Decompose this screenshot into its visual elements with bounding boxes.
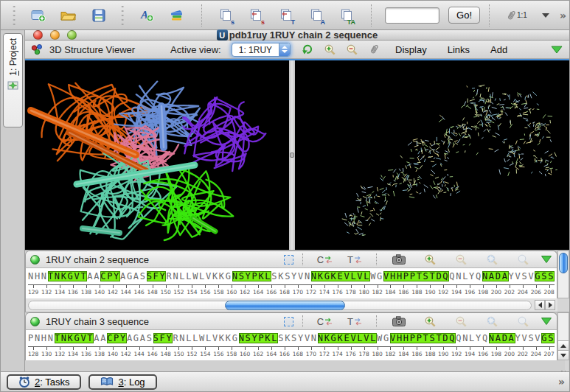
- copy-complement-button[interactable]: C: [317, 314, 333, 329]
- alignment-button[interactable]: [168, 5, 187, 26]
- window-titlebar[interactable]: U pdb1ruy 1RUY chain 2 sequence: [25, 30, 569, 41]
- zoom-in-button[interactable]: [320, 41, 339, 58]
- export-image-button[interactable]: [391, 314, 407, 329]
- search-input[interactable]: [385, 7, 439, 24]
- zoom-to-whole-button[interactable]: [515, 314, 531, 329]
- view-splitter[interactable]: [289, 60, 295, 250]
- sequence-segment[interactable]: NHN: [28, 271, 48, 281]
- annotation-region[interactable]: NKGKEVLVL: [311, 271, 370, 281]
- go-button[interactable]: Go!: [448, 7, 480, 24]
- sequence-panel-header[interactable]: 1RUY chain 2 sequence C T: [25, 251, 557, 268]
- zoom-out-button[interactable]: [342, 41, 361, 58]
- sequence-row-chain3[interactable]: PNHNTNKGVTAACPYAGASSFYRNLLWLVKKGNSYPKLSK…: [25, 330, 557, 346]
- horizontal-scrollbar[interactable]: [25, 298, 557, 312]
- annotation-region[interactable]: TNKGVT: [48, 271, 88, 281]
- sequence-segment[interactable]: SKSYVN: [278, 333, 318, 343]
- vertical-scrollbar[interactable]: [557, 312, 569, 360]
- scroll-right-button[interactable]: [545, 300, 555, 310]
- annotation-region[interactable]: GSS: [535, 271, 555, 281]
- sequence-segment[interactable]: WG: [370, 271, 383, 281]
- save-button[interactable]: [89, 5, 108, 26]
- taskbar-overflow-chevron[interactable]: »: [558, 376, 563, 388]
- sequence-segment[interactable]: YVSV: [509, 271, 535, 281]
- copy-sequence-button[interactable]: s: [217, 5, 235, 26]
- selection-tool-icon[interactable]: [284, 317, 293, 326]
- tasks-tab-button[interactable]: 2: Tasks: [7, 374, 81, 390]
- close-button[interactable]: [33, 30, 43, 40]
- scrollbar-thumb[interactable]: [225, 301, 345, 310]
- copy-amino-translation-button[interactable]: A: [307, 5, 326, 26]
- restore-view-button[interactable]: [298, 41, 317, 58]
- toolbar-overflow-chevron[interactable]: »: [560, 10, 565, 21]
- zoom-out-button[interactable]: [453, 252, 469, 267]
- toolbar-grip[interactable]: [13, 6, 15, 25]
- sequence-segment[interactable]: AGAS: [127, 333, 153, 343]
- zoom-to-selection-button[interactable]: [484, 252, 500, 267]
- zoom-out-button[interactable]: [453, 314, 469, 329]
- annotation-region[interactable]: SFY: [153, 333, 173, 343]
- sequence-segment[interactable]: RNLLWLVKKG: [173, 333, 238, 343]
- toolbar-grip[interactable]: [121, 6, 124, 25]
- sequence-segment[interactable]: QNLYQ: [456, 333, 489, 343]
- copy-translation-button[interactable]: T: [277, 5, 296, 26]
- copy-translation-button[interactable]: T: [347, 314, 362, 329]
- annotation-region[interactable]: CPY: [100, 271, 120, 281]
- zoom-to-whole-button[interactable]: [515, 252, 531, 267]
- scrollbar-thumb[interactable]: [559, 253, 568, 273]
- zoom-button[interactable]: [67, 30, 77, 40]
- scrollbar-track[interactable]: [28, 301, 532, 310]
- add-sequence-button[interactable]: A: [138, 5, 156, 26]
- collapse-triangle-icon[interactable]: [541, 317, 552, 326]
- zoom-ratio-button[interactable]: 1:1: [504, 5, 529, 26]
- cartoon-3d-view[interactable]: [25, 60, 289, 250]
- annotation-region[interactable]: NADA: [482, 271, 509, 281]
- annotation-region[interactable]: SFY: [147, 271, 167, 281]
- new-document-button[interactable]: [29, 5, 47, 26]
- selection-tool-icon[interactable]: [284, 255, 293, 265]
- scroll-up-button[interactable]: [558, 340, 569, 350]
- collapse-triangle-icon[interactable]: [541, 255, 552, 264]
- open-button[interactable]: [59, 5, 77, 26]
- log-tab-button[interactable]: 3: Log: [88, 374, 156, 390]
- export-image-button[interactable]: [391, 252, 407, 267]
- chevron-down-icon[interactable]: [542, 13, 549, 18]
- sequence-segment[interactable]: AGAS: [120, 271, 147, 281]
- copy-complement-button[interactable]: C: [317, 252, 333, 267]
- wireframe-3d-view[interactable]: [295, 60, 569, 250]
- sequence-segment[interactable]: AA: [94, 333, 107, 343]
- annotation-region[interactable]: NADA: [489, 333, 515, 343]
- copy-complement-sequence-button[interactable]: s: [247, 5, 265, 26]
- scroll-down-button[interactable]: [558, 350, 569, 360]
- display-menu-button[interactable]: Display: [395, 44, 427, 55]
- sequence-segment[interactable]: SKSYVN: [271, 271, 311, 281]
- zoom-to-selection-button[interactable]: [484, 314, 500, 329]
- active-view-select[interactable]: 1: 1RUY: [232, 43, 291, 57]
- sequence-segment[interactable]: WG: [377, 333, 390, 343]
- annotation-region[interactable]: CPY: [107, 333, 127, 343]
- copy-annotation-sequence-button[interactable]: TA: [338, 5, 356, 26]
- annotation-region[interactable]: NSYPKL: [239, 333, 279, 343]
- annotation-region[interactable]: NSYPKL: [232, 271, 272, 281]
- sidebar-tab-project[interactable]: 1: Project: [3, 33, 23, 127]
- links-menu-button[interactable]: Links: [448, 44, 470, 55]
- annotation-region[interactable]: TNKGVT: [55, 333, 94, 343]
- sequence-segment[interactable]: AA: [87, 271, 100, 281]
- copy-translation-button[interactable]: T: [347, 252, 362, 267]
- annotation-region[interactable]: VHHPPTSTDQ: [383, 271, 449, 281]
- annotation-region[interactable]: GS: [541, 333, 555, 343]
- sequence-segment[interactable]: QNLYQ: [449, 271, 482, 281]
- sequence-row-chain2[interactable]: NHNTNKGVTAACPYAGASSFYRNLLWLVKKGNSYPKLSKS…: [25, 268, 557, 284]
- sequence-segment[interactable]: PNHN: [28, 333, 55, 343]
- scroll-left-button[interactable]: [535, 300, 545, 310]
- sequence-segment[interactable]: YVSV: [515, 333, 542, 343]
- minimize-button[interactable]: [50, 30, 60, 40]
- attach-button[interactable]: [364, 41, 383, 58]
- vertical-scrollbar[interactable]: [557, 251, 569, 298]
- zoom-in-button[interactable]: [422, 314, 438, 329]
- annotation-region[interactable]: VHHPPTSTDQ: [390, 333, 456, 343]
- add-menu-button[interactable]: Add: [490, 44, 507, 55]
- collapse-triangle-icon[interactable]: [550, 45, 563, 55]
- annotation-region[interactable]: NKGKEVLVL: [318, 333, 377, 343]
- zoom-in-button[interactable]: [422, 252, 438, 267]
- sequence-segment[interactable]: RNLLWLVKKG: [166, 271, 232, 281]
